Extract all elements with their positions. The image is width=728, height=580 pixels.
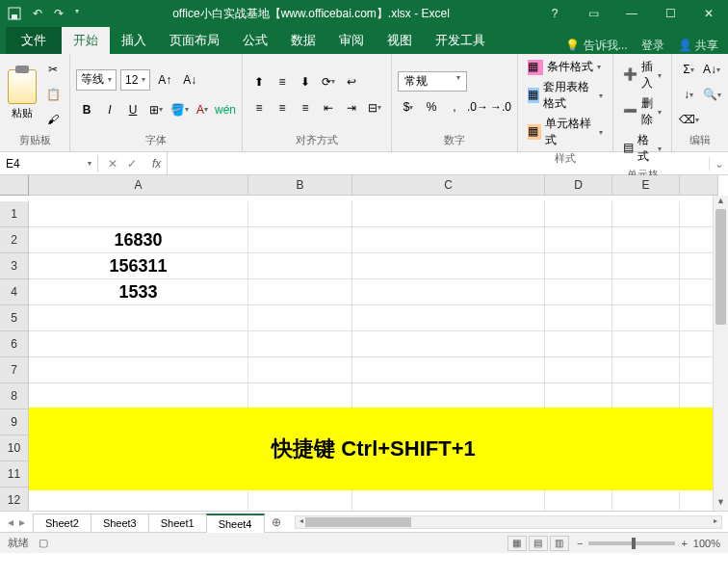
accounting-format-icon[interactable]: $▾ — [398, 96, 419, 118]
col-header-C[interactable]: C — [352, 175, 545, 196]
cell-C12[interactable] — [352, 488, 545, 511]
cell-A2[interactable]: 16830 — [29, 227, 248, 253]
cell-C2[interactable] — [352, 227, 545, 253]
row-header-1[interactable]: 1 — [0, 201, 29, 227]
cell-C1[interactable] — [352, 201, 545, 227]
cell-A1[interactable] — [29, 201, 248, 227]
row-header-2[interactable]: 2 — [0, 227, 29, 253]
cell-B8[interactable] — [248, 383, 352, 409]
cell-B1[interactable] — [248, 201, 352, 227]
tab-review[interactable]: 审阅 — [327, 27, 376, 54]
confirm-formula-icon[interactable]: ✓ — [127, 157, 137, 171]
cell-E5[interactable] — [612, 305, 680, 331]
font-color-button[interactable]: A▾ — [192, 99, 213, 120]
cell-E1[interactable] — [612, 201, 680, 227]
cell-E4[interactable] — [612, 279, 680, 305]
cell-A3[interactable]: 156311 — [29, 253, 248, 279]
normal-view-icon[interactable]: ▦ — [507, 536, 527, 551]
cell-B6[interactable] — [248, 331, 352, 357]
cell-styles-button[interactable]: ▦单元格样式▾ — [524, 115, 607, 149]
sheet-nav-next-icon[interactable]: ▸ — [19, 515, 25, 529]
scroll-down-icon[interactable]: ▼ — [714, 497, 728, 511]
col-header-A[interactable]: A — [29, 175, 248, 196]
col-header-B[interactable]: B — [248, 175, 352, 196]
cell-E6[interactable] — [612, 331, 680, 357]
cell-C4[interactable] — [352, 279, 545, 305]
sheet-nav-prev-icon[interactable]: ◂ — [8, 515, 13, 529]
col-header-extra[interactable] — [680, 175, 718, 196]
expand-formula-icon[interactable]: ⌄ — [709, 157, 728, 171]
cell-C5[interactable] — [352, 305, 545, 331]
minimize-button[interactable]: — — [612, 7, 651, 20]
save-icon[interactable] — [8, 7, 21, 20]
page-layout-view-icon[interactable]: ▤ — [529, 536, 548, 551]
align-left-icon[interactable]: ≡ — [248, 97, 270, 119]
row-header-7[interactable]: 7 — [0, 357, 29, 383]
scroll-thumb[interactable] — [715, 209, 726, 325]
vertical-scrollbar[interactable]: ▲ ▼ — [713, 196, 728, 511]
tab-home[interactable]: 开始 — [62, 27, 110, 54]
format-cells-button[interactable]: ▤格式▾ — [619, 131, 665, 166]
tab-page-layout[interactable]: 页面布局 — [158, 27, 231, 54]
cell-A4[interactable]: 1533 — [29, 279, 248, 305]
tab-view[interactable]: 视图 — [376, 27, 424, 54]
cell-A5[interactable] — [29, 305, 248, 331]
cell-D12[interactable] — [545, 488, 612, 511]
zoom-slider[interactable] — [588, 541, 675, 545]
tab-formulas[interactable]: 公式 — [231, 27, 279, 54]
sheet-tab-Sheet4[interactable]: Sheet4 — [206, 514, 265, 533]
cell-E12[interactable] — [612, 488, 680, 511]
horizontal-scrollbar[interactable]: ◂ ▸ — [295, 515, 723, 529]
cell-A12[interactable] — [29, 488, 248, 511]
cell-D6[interactable] — [545, 331, 612, 357]
cell-D3[interactable] — [545, 253, 612, 279]
new-sheet-button[interactable]: ⊕ — [264, 515, 289, 529]
cell-E2[interactable] — [612, 227, 680, 253]
cell-D1[interactable] — [545, 201, 612, 227]
clear-icon[interactable]: ⌫▾ — [678, 109, 699, 130]
scroll-up-icon[interactable]: ▲ — [714, 196, 728, 209]
font-size-select[interactable]: 12▾ — [120, 69, 150, 91]
zoom-percent[interactable]: 100% — [693, 538, 720, 549]
login-link[interactable]: 登录 — [641, 38, 664, 54]
increase-indent-icon[interactable]: ⇥ — [341, 97, 362, 119]
decrease-decimal-icon[interactable]: →.0 — [490, 96, 511, 118]
cell-E3[interactable] — [612, 253, 680, 279]
row-header-8[interactable]: 8 — [0, 383, 29, 409]
tab-data[interactable]: 数据 — [279, 27, 327, 54]
zoom-out-button[interactable]: − — [577, 538, 583, 549]
cell-B4[interactable] — [248, 279, 352, 305]
name-box[interactable]: E4▾ — [0, 155, 98, 172]
align-middle-icon[interactable]: ≡ — [272, 71, 293, 92]
cell-D2[interactable] — [545, 227, 612, 253]
number-format-select[interactable]: 常规▾ — [398, 71, 467, 92]
cell-E7[interactable] — [612, 357, 680, 383]
orientation-icon[interactable]: ⟳▾ — [318, 71, 339, 92]
tab-file[interactable]: 文件 — [6, 27, 62, 54]
cell-B3[interactable] — [248, 253, 352, 279]
bold-button[interactable]: B — [76, 99, 97, 120]
find-select-icon[interactable]: 🔍▾ — [701, 84, 722, 105]
row-header-11[interactable]: 11 — [0, 461, 29, 488]
sort-filter-icon[interactable]: A↓▾ — [701, 59, 722, 80]
cell-C8[interactable] — [352, 383, 545, 409]
cell-E8[interactable] — [612, 383, 680, 409]
cut-icon[interactable]: ✂ — [42, 59, 64, 80]
row-header-10[interactable]: 10 — [0, 435, 29, 461]
cell-B7[interactable] — [248, 357, 352, 383]
sheet-tab-Sheet3[interactable]: Sheet3 — [91, 514, 149, 532]
tab-developer[interactable]: 开发工具 — [424, 27, 497, 54]
cancel-formula-icon[interactable]: ✕ — [108, 157, 117, 171]
select-all-corner[interactable] — [0, 175, 29, 196]
qat-customize-icon[interactable]: ▾ — [75, 7, 79, 20]
cell-A8[interactable] — [29, 383, 248, 409]
row-header-6[interactable]: 6 — [0, 331, 29, 357]
cell-B5[interactable] — [248, 305, 352, 331]
scroll-right-icon[interactable]: ▸ — [710, 516, 721, 528]
row-header-3[interactable]: 3 — [0, 253, 29, 279]
cell-D7[interactable] — [545, 357, 612, 383]
cell-B12[interactable] — [248, 488, 352, 511]
share-button[interactable]: 👤 共享 — [678, 38, 718, 54]
fill-icon[interactable]: ↓▾ — [678, 84, 699, 105]
align-center-icon[interactable]: ≡ — [272, 97, 293, 119]
